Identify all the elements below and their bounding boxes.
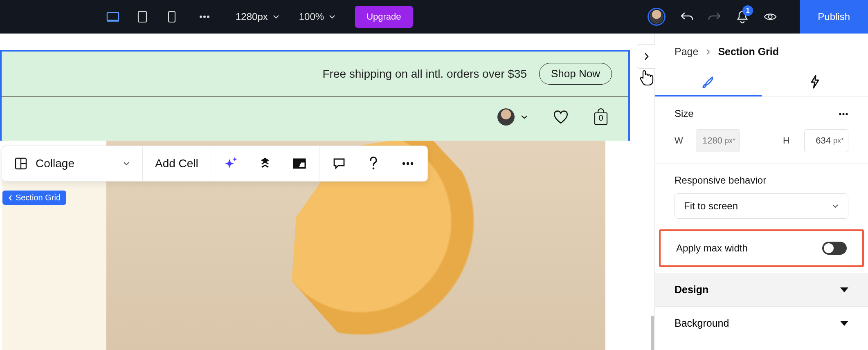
cart-button[interactable]: 0 — [593, 108, 609, 126]
chevron-left-icon — [8, 195, 13, 201]
comment-button[interactable] — [332, 156, 346, 171]
upgrade-button[interactable]: Upgrade — [355, 6, 412, 28]
triangle-down-icon — [840, 287, 848, 292]
chevron-right-icon — [643, 52, 649, 61]
preview-button[interactable] — [764, 10, 777, 23]
breadcrumb-current: Section Grid — [718, 46, 779, 58]
svg-marker-19 — [812, 76, 819, 88]
apply-max-width-label: Apply max width — [676, 242, 748, 254]
toggle-knob — [824, 243, 834, 253]
more-devices-button[interactable] — [198, 10, 211, 23]
more-actions-button[interactable] — [400, 156, 415, 171]
top-bar-right: 1 Publish — [648, 0, 868, 34]
height-unit: px* — [833, 137, 844, 145]
shop-now-button[interactable]: Shop Now — [539, 63, 612, 85]
svg-rect-2 — [138, 11, 146, 22]
user-avatar[interactable] — [648, 8, 666, 26]
height-input[interactable]: 634 px* — [804, 129, 848, 152]
section-tag-label: Section Grid — [16, 193, 61, 202]
notification-count-badge: 1 — [742, 5, 753, 16]
scrollbar-thumb[interactable] — [651, 316, 654, 350]
chevron-down-icon — [329, 15, 335, 19]
svg-point-5 — [203, 16, 206, 18]
size-section-header: Size — [655, 96, 868, 127]
design-accordion-label: Design — [675, 284, 708, 296]
cart-count: 0 — [598, 113, 603, 123]
svg-point-18 — [411, 162, 413, 165]
svg-point-7 — [769, 15, 772, 19]
viewport-width-label: 1280px — [236, 11, 268, 22]
member-avatar — [497, 108, 515, 126]
element-toolbar: Collage Add Cell — [2, 146, 428, 182]
help-button[interactable] — [366, 156, 381, 171]
svg-point-4 — [200, 16, 202, 18]
brush-icon — [701, 75, 715, 89]
promo-text: Free shipping on all intl. orders over $… — [322, 67, 527, 81]
viewport-width-select[interactable]: 1280px — [236, 11, 279, 22]
svg-point-21 — [842, 113, 844, 115]
apply-max-width-row: Apply max width — [659, 229, 864, 267]
top-bar: 1280px 100% Upgrade 1 Publish — [0, 0, 868, 34]
mobile-device-button[interactable] — [165, 10, 178, 23]
redo-button[interactable] — [708, 10, 721, 23]
layers-button[interactable] — [258, 156, 272, 171]
add-cell-button[interactable]: Add Cell — [155, 157, 198, 170]
svg-rect-3 — [169, 11, 175, 22]
breadcrumb: Page Section Grid — [655, 34, 868, 67]
desktop-device-button[interactable] — [106, 10, 119, 23]
svg-point-22 — [846, 113, 848, 115]
wishlist-button[interactable] — [552, 109, 569, 125]
panel-collapse-toggle[interactable] — [637, 44, 655, 69]
svg-point-16 — [403, 162, 405, 165]
width-unit: px* — [725, 137, 735, 145]
width-input[interactable]: 1280 px* — [696, 129, 740, 152]
design-tab[interactable] — [655, 67, 762, 96]
layout-mode-label: Collage — [36, 157, 74, 170]
responsive-title: Responsive behavior — [655, 164, 868, 193]
inspector-tabs — [655, 67, 868, 96]
account-menu[interactable] — [497, 108, 528, 126]
svg-point-6 — [207, 16, 209, 18]
canvas-gutter — [2, 180, 106, 350]
device-switcher — [106, 10, 178, 23]
triangle-down-icon — [840, 321, 848, 326]
chevron-down-icon — [520, 114, 528, 119]
undo-button[interactable] — [680, 10, 693, 23]
svg-point-20 — [839, 113, 841, 115]
lightning-icon — [810, 75, 820, 89]
svg-point-15 — [372, 168, 374, 170]
responsive-behavior-value: Fit to screen — [684, 200, 738, 212]
size-fields: W 1280 px* H 634 px* — [655, 127, 868, 164]
tablet-device-button[interactable] — [136, 10, 149, 23]
inspector-panel: Page Section Grid Size W 1280 px* — [654, 34, 868, 350]
stretch-button[interactable] — [292, 156, 307, 171]
width-value: 1280 — [702, 135, 722, 146]
height-value: 634 — [816, 135, 831, 146]
background-accordion-label: Background — [675, 317, 729, 329]
ai-sparkle-button[interactable] — [223, 156, 238, 171]
zoom-label: 100% — [299, 11, 324, 22]
width-label: W — [675, 135, 685, 146]
layout-mode-select[interactable]: Collage — [14, 157, 130, 170]
chevron-down-icon — [832, 204, 839, 209]
svg-rect-0 — [107, 13, 119, 20]
publish-button[interactable]: Publish — [800, 0, 868, 34]
section-tag[interactable]: Section Grid — [2, 191, 66, 205]
background-accordion[interactable]: Background — [655, 306, 868, 340]
site-header-row: 0 — [2, 96, 628, 141]
svg-point-17 — [407, 162, 409, 165]
apply-max-width-toggle[interactable] — [822, 242, 847, 255]
design-accordion[interactable]: Design — [655, 273, 868, 306]
workspace: Free shipping on all intl. orders over $… — [0, 34, 868, 350]
canvas-area: Free shipping on all intl. orders over $… — [0, 34, 654, 350]
layout-grid-icon — [14, 157, 27, 170]
size-title: Size — [675, 108, 694, 119]
notifications-button[interactable]: 1 — [736, 10, 749, 23]
breadcrumb-page[interactable]: Page — [675, 46, 698, 58]
zoom-select[interactable]: 100% — [299, 11, 335, 22]
size-more-button[interactable] — [839, 110, 848, 117]
chevron-down-icon — [123, 161, 130, 166]
interactions-tab[interactable] — [762, 67, 868, 96]
responsive-behavior-select[interactable]: Fit to screen — [675, 193, 848, 219]
height-label: H — [783, 135, 794, 146]
